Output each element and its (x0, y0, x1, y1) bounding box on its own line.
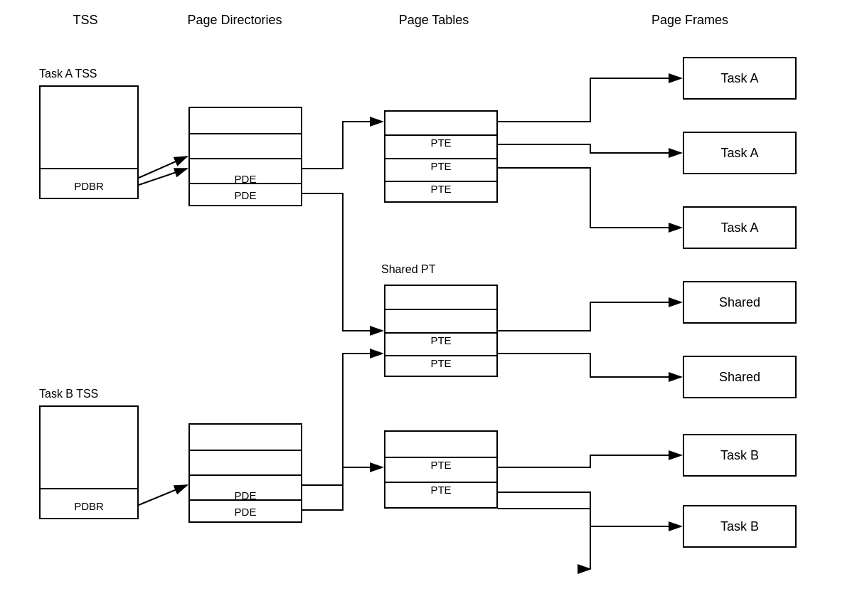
svg-line-3 (139, 169, 187, 185)
frame-task-b-1-label: Task B (684, 448, 795, 463)
task-a-pdbr-label: PDBR (41, 180, 137, 192)
task-b-tss-box: PDBR (39, 405, 139, 519)
page-dir-b-box: PDE PDE (188, 423, 302, 523)
pt-b-pte2-label: PTE (385, 484, 496, 496)
frame-task-a-1: Task A (683, 57, 797, 100)
header-page-frames: Page Frames (619, 13, 761, 28)
page-table-a-box: PTE PTE PTE (384, 110, 498, 203)
frame-task-b-1: Task B (683, 434, 797, 477)
page-dir-a-box: PDE PDE (188, 107, 302, 206)
shared-pt-pte1-label: PTE (385, 334, 496, 346)
frame-task-b-2-label: Task B (684, 519, 795, 534)
pt-a-pte1-label: PTE (385, 137, 496, 149)
page-dir-b-pde1-label: PDE (190, 489, 301, 501)
frame-shared-2: Shared (683, 356, 797, 398)
task-a-tss-label: Task A TSS (39, 68, 97, 80)
pt-a-pte3-label: PTE (385, 183, 496, 195)
shared-pt-pte2-label: PTE (385, 357, 496, 369)
svg-line-4 (139, 485, 187, 505)
shared-pt-box: PTE PTE (384, 285, 498, 377)
header-page-tables: Page Tables (370, 13, 498, 28)
frame-task-a-3-label: Task A (684, 221, 795, 235)
header-page-directories: Page Directories (171, 13, 299, 28)
page-table-b-box: PTE PTE (384, 430, 498, 509)
task-a-tss-box: PDBR (39, 85, 139, 199)
svg-line-2 (139, 156, 187, 178)
frame-shared-1-label: Shared (684, 295, 795, 310)
frame-shared-2-label: Shared (684, 370, 795, 385)
page-dir-b-pde2-label: PDE (190, 506, 301, 518)
shared-pt-label: Shared PT (381, 263, 435, 276)
frame-task-a-2-label: Task A (684, 146, 795, 161)
frame-task-b-2: Task B (683, 505, 797, 548)
header-tss: TSS (39, 13, 132, 28)
pt-a-pte2-label: PTE (385, 160, 496, 172)
page-dir-a-pde2-label: PDE (190, 189, 301, 201)
task-b-tss-label: Task B TSS (39, 388, 98, 400)
frame-task-a-1-label: Task A (684, 71, 795, 86)
pt-b-pte1-label: PTE (385, 459, 496, 471)
page-dir-a-pde1-label: PDE (190, 173, 301, 185)
frame-task-a-2: Task A (683, 132, 797, 174)
frame-task-a-3: Task A (683, 206, 797, 249)
diagram: TSS Page Directories Page Tables Page Fr… (0, 0, 862, 616)
task-b-pdbr-label: PDBR (41, 500, 137, 512)
frame-shared-1: Shared (683, 281, 797, 324)
